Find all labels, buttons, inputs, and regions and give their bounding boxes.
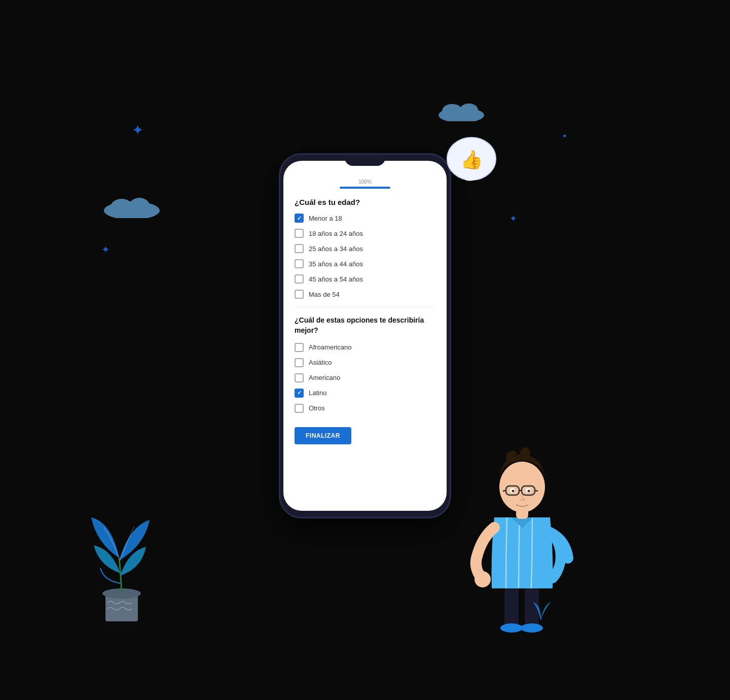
svg-point-23	[528, 490, 530, 493]
option-label-q1-2: 18 años a 24 años	[309, 230, 363, 237]
option-label-q2-5: Otros	[309, 404, 325, 412]
question-2-title: ¿Cuál de estas opciones te describiría m…	[295, 316, 435, 335]
option-label-q1-5: 45 años a 54 años	[309, 275, 363, 283]
sparkle-icon-3: ✦	[509, 213, 517, 224]
cloud-left	[101, 193, 162, 218]
checkbox-q2-1[interactable]	[295, 343, 304, 352]
phone-frame: 100% ¿Cuál es tu edad? Menor a 18 18 año…	[279, 153, 451, 518]
cloud-right	[436, 99, 487, 121]
svg-point-22	[512, 490, 515, 493]
checkbox-q2-4[interactable]	[295, 389, 304, 398]
option-row-q1-3[interactable]: 25 años a 34 años	[295, 244, 435, 253]
svg-point-12	[474, 571, 491, 587]
option-label-q2-2: Asiático	[309, 359, 332, 366]
svg-text:👍: 👍	[460, 149, 483, 170]
progress-label: 100%	[295, 179, 435, 185]
option-row-q1-4[interactable]: 35 años a 44 años	[295, 259, 435, 268]
svg-point-5	[460, 103, 478, 117]
checkbox-q1-5[interactable]	[295, 274, 304, 284]
finalizar-button[interactable]: FINALIZAR	[295, 427, 351, 444]
option-row-q2-1[interactable]: Afroamericano	[295, 343, 435, 352]
progress-bar-container	[340, 187, 390, 189]
option-label-q1-1: Menor a 18	[309, 215, 342, 222]
sparkle-icon-4: ✦	[562, 132, 568, 140]
person-illustration	[446, 406, 588, 649]
option-row-q1-1[interactable]: Menor a 18	[295, 214, 435, 223]
progress-bar-fill	[340, 187, 390, 189]
checkbox-q1-3[interactable]	[295, 244, 304, 253]
checkbox-q1-4[interactable]	[295, 259, 304, 268]
svg-point-4	[442, 104, 462, 118]
svg-rect-8	[504, 588, 519, 629]
checkbox-q1-2[interactable]	[295, 229, 304, 238]
option-label-q1-4: 35 años a 44 años	[309, 260, 363, 268]
svg-line-19	[535, 491, 538, 491]
option-row-q2-5[interactable]: Otros	[295, 404, 435, 413]
option-label-q1-6: Mas de 54	[309, 291, 340, 298]
checkbox-q2-3[interactable]	[295, 373, 304, 382]
plant-illustration	[66, 472, 177, 634]
option-label-q1-3: 25 años a 34 años	[309, 245, 363, 253]
question-1-title: ¿Cuál es tu edad?	[295, 198, 435, 206]
phone-screen: 100% ¿Cuál es tu edad? Menor a 18 18 año…	[283, 161, 447, 511]
checkbox-q2-2[interactable]	[295, 358, 304, 367]
checkbox-q2-5[interactable]	[295, 404, 304, 413]
svg-point-10	[500, 623, 523, 633]
option-row-q1-6[interactable]: Mas de 54	[295, 290, 435, 299]
option-label-q2-4: Latino	[309, 389, 326, 397]
question-divider	[295, 307, 435, 307]
progress-section: 100%	[295, 179, 435, 189]
svg-line-18	[503, 491, 506, 491]
sparkle-icon-2: ✦	[101, 243, 110, 256]
phone-notch	[345, 155, 385, 166]
option-row-q2-3[interactable]: Americano	[295, 373, 435, 382]
checkbox-q1-1[interactable]	[295, 214, 304, 223]
thumbs-up-bubble: 👍	[444, 134, 499, 185]
option-row-q2-4[interactable]: Latino	[295, 389, 435, 398]
option-row-q1-5[interactable]: 45 años a 54 años	[295, 274, 435, 284]
svg-point-1	[111, 199, 133, 215]
svg-point-2	[129, 198, 150, 213]
small-leaves	[523, 579, 559, 625]
sparkle-icon: ✦	[132, 122, 143, 138]
checkbox-q1-6[interactable]	[295, 290, 304, 299]
option-row-q2-2[interactable]: Asiático	[295, 358, 435, 367]
option-row-q1-2[interactable]: 18 años a 24 años	[295, 229, 435, 238]
option-label-q2-3: Americano	[309, 374, 340, 381]
option-label-q2-1: Afroamericano	[309, 343, 352, 351]
